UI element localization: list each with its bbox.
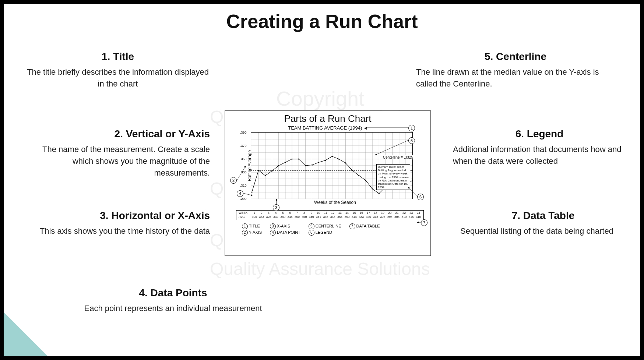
y-tick-label: .350	[240, 157, 247, 161]
chart-x-axis-label: Weeks of the Season	[243, 200, 427, 205]
callout-1: 1	[408, 125, 415, 131]
key-item: 6LEGEND	[309, 230, 341, 236]
svg-point-50	[345, 162, 346, 163]
svg-point-42	[291, 158, 292, 159]
section-heading: 4. Data Points	[70, 287, 276, 299]
key-item: 4DATA POINT	[270, 230, 300, 236]
diagram-key: 1TITLE2Y-AXIS3X-AXIS4DATA POINT5CENTERLI…	[242, 223, 427, 236]
svg-point-44	[305, 165, 306, 166]
run-chart-diagram: Parts of a Run Chart TEAM BATTING AVERAG…	[225, 110, 431, 256]
svg-point-53	[365, 180, 366, 181]
svg-point-41	[285, 162, 286, 163]
svg-point-48	[331, 156, 332, 157]
svg-point-55	[379, 193, 380, 194]
section-heading: 6. Legend	[453, 128, 626, 140]
section-centerline: 5. Centerline The line drawn at the medi…	[416, 51, 615, 90]
section-heading: 2. Vertical or Y-Axis	[26, 128, 210, 140]
callout-4: 4	[237, 190, 243, 197]
svg-point-36	[251, 191, 252, 193]
chart-legend-box: Durham Bulls' Team Batting Avg. recorded…	[376, 164, 410, 190]
section-body: The line drawn at the median value on th…	[416, 66, 615, 90]
section-x-axis: 3. Horizontal or X-Axis This axis shows …	[26, 210, 210, 237]
key-item: 2Y-AXIS	[242, 230, 262, 236]
section-heading: 7. Data Table	[460, 210, 626, 222]
key-item: 1TITLE	[242, 223, 262, 229]
diagram-subtitle: TEAM BATTING AVERAGE (1994) ◄	[229, 125, 427, 131]
section-body: The title briefly describes the informat…	[26, 66, 210, 90]
svg-point-40	[278, 165, 279, 166]
y-tick-label: .370	[240, 144, 247, 148]
svg-point-54	[372, 188, 373, 189]
svg-point-43	[298, 158, 299, 159]
svg-point-39	[271, 170, 272, 172]
key-item: 3X-AXIS	[270, 223, 300, 229]
callout-3: 3	[273, 204, 279, 211]
svg-point-51	[352, 170, 353, 171]
key-item: 5CENTERLINE	[309, 223, 341, 229]
svg-point-49	[338, 158, 339, 159]
chart-data-table: WEEK123456789101112131415161718192021222…	[236, 210, 424, 220]
callout-6: 6	[417, 194, 424, 200]
section-heading: 1. Title	[26, 51, 210, 63]
section-body: The name of the measurement. Create a sc…	[26, 144, 210, 179]
section-heading: 5. Centerline	[416, 51, 615, 63]
section-y-axis: 2. Vertical or Y-Axis The name of the me…	[26, 128, 210, 179]
section-title: 1. Title The title briefly describes the…	[26, 51, 210, 90]
section-legend: 6. Legend Additional information that do…	[453, 128, 626, 167]
svg-point-45	[312, 165, 313, 166]
section-body: Sequential listing of the data being cha…	[460, 225, 626, 237]
callout-2: 2	[230, 177, 237, 184]
key-item: 7DATA TABLE	[349, 223, 380, 229]
section-body: This axis shows you the time history of …	[26, 225, 210, 237]
centerline-label: Centerline = .3325	[383, 155, 413, 159]
svg-point-47	[325, 160, 326, 161]
y-tick-label: .290	[240, 197, 247, 201]
chart-plot-area: Batting Average .390.370.350.330.310.290…	[251, 132, 413, 199]
chart-y-axis-label: Batting Average	[247, 150, 252, 181]
y-tick-label: .390	[240, 131, 247, 134]
callout-5: 5	[408, 137, 415, 144]
svg-point-38	[265, 175, 266, 176]
callout-7: 7	[421, 219, 427, 226]
y-tick-label: .330	[240, 170, 247, 174]
section-body: Additional information that documents ho…	[453, 144, 626, 167]
section-heading: 3. Horizontal or X-Axis	[26, 210, 210, 222]
page-title: Creating a Run Chart	[4, 10, 640, 32]
watermark-copyright: Copyright	[276, 87, 365, 110]
diagram-title: Parts of a Run Chart	[229, 113, 427, 124]
section-data-points: 4. Data Points Each point represents an …	[70, 287, 276, 314]
svg-point-37	[258, 170, 259, 171]
slide-frame: Creating a Run Chart Copyright Quality A…	[0, 0, 644, 360]
corner-decoration	[4, 312, 48, 356]
section-body: Each point represents an individual meas…	[70, 303, 276, 314]
svg-point-52	[358, 175, 359, 176]
y-tick-label: .310	[240, 184, 247, 187]
svg-point-46	[318, 162, 319, 163]
watermark-qas-4: Quality Assurance Solutions	[210, 259, 430, 279]
section-data-table: 7. Data Table Sequential listing of the …	[460, 210, 626, 237]
